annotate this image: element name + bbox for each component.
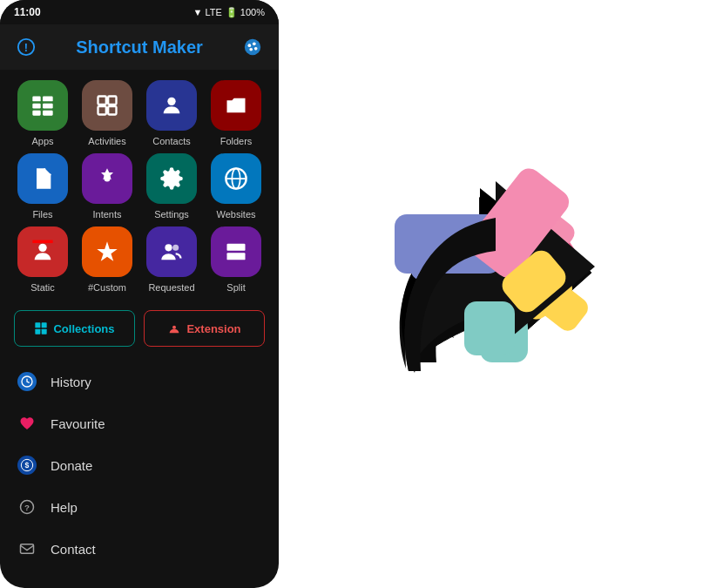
menu-item-contact[interactable]: Contact [0,528,279,570]
grid-item-contacts[interactable]: Contacts [143,80,200,146]
status-bar: 11:00 ▼ LTE 🔋 100% [0,0,279,24]
grid-item-settings[interactable]: Settings [143,153,200,220]
favourite-label: Favourite [51,416,105,431]
websites-label: Websites [216,209,255,220]
svg-rect-16 [108,106,116,114]
collections-label: Collections [53,322,114,335]
svg-point-24 [165,244,172,251]
collections-button[interactable]: Collections [14,310,135,347]
status-icons: ▼ LTE 🔋 100% [193,7,265,18]
extension-button[interactable]: Extension [144,310,265,347]
grid-item-apps[interactable]: Apps [14,80,71,146]
contact-label: Contact [51,542,96,557]
svg-point-2 [245,39,260,55]
svg-text:?: ? [24,503,30,512]
svg-rect-12 [43,111,53,116]
svg-rect-11 [43,104,53,109]
svg-rect-29 [42,322,47,328]
app-logo [358,155,637,434]
files-label: Files [32,209,52,220]
custom-icon [82,226,132,277]
activities-icon [82,80,132,131]
svg-rect-15 [98,106,106,114]
extension-label: Extension [186,322,240,335]
favourite-icon [17,414,37,433]
svg-rect-10 [43,97,53,102]
split-label: Split [226,282,245,293]
requested-label: Requested [148,282,194,293]
menu-item-history[interactable]: History [0,361,279,402]
battery-icon: 🔋 100% [226,7,265,18]
help-icon: ? [17,497,37,517]
requested-icon [146,226,197,277]
history-label: History [51,375,91,389]
contact-icon [17,539,37,558]
history-icon [17,372,37,391]
grid-item-static[interactable]: Static [14,226,71,293]
svg-rect-30 [36,329,41,335]
websites-icon [211,153,261,204]
grid-item-folders[interactable]: Folders [207,80,265,146]
grid-item-requested[interactable]: Requested [143,226,200,293]
svg-point-5 [254,47,258,51]
menu-item-donate[interactable]: $ Donate [0,444,279,486]
svg-rect-8 [32,104,40,109]
split-icon [211,226,261,277]
svg-rect-14 [108,97,116,105]
svg-point-18 [105,176,111,182]
phone-panel: 11:00 ▼ LTE 🔋 100% ! Shortcut Maker Apps… [0,0,279,588]
svg-text:$: $ [25,461,30,470]
signal-icon: ▼ LTE [193,7,221,17]
alert-icon[interactable]: ! [14,35,38,59]
svg-text:!: ! [24,41,28,54]
apps-label: Apps [31,136,53,146]
static-icon [17,226,68,277]
app-header: ! Shortcut Maker [0,24,279,70]
menu-section: History Favourite $ Donate ? Help Contac… [0,354,279,588]
svg-rect-50 [464,301,515,355]
custom-label: #Custom [88,282,126,293]
folders-label: Folders [220,136,253,146]
intents-label: Intents [92,209,121,220]
svg-point-25 [172,245,179,251]
menu-item-favourite[interactable]: Favourite [0,402,279,444]
static-label: Static [30,282,55,293]
app-grid: Apps Activities Contacts Folders Files [0,70,279,303]
svg-rect-26 [227,244,246,251]
donate-icon: $ [17,456,37,475]
app-title: Shortcut Maker [76,37,203,57]
grid-item-files[interactable]: Files [14,153,71,220]
palette-icon[interactable] [240,35,265,59]
contacts-label: Contacts [152,136,190,146]
folders-icon [211,80,261,131]
svg-point-3 [248,44,252,47]
svg-point-22 [38,244,46,252]
status-time: 11:00 [14,6,41,18]
logo-panel [279,0,716,588]
svg-rect-28 [36,322,41,328]
svg-point-4 [253,43,256,46]
button-row: Collections Extension [0,303,279,354]
svg-rect-31 [42,329,47,335]
files-icon [17,153,68,204]
apps-icon [17,80,68,131]
settings-icon [146,153,197,204]
donate-label: Donate [51,458,92,473]
settings-label: Settings [154,209,189,220]
intents-icon [82,153,132,204]
svg-rect-38 [21,544,34,554]
grid-item-custom[interactable]: #Custom [78,226,136,293]
svg-rect-7 [32,97,40,102]
svg-rect-27 [227,253,246,260]
grid-item-websites[interactable]: Websites [207,153,265,220]
grid-item-activities[interactable]: Activities [78,80,136,146]
activities-label: Activities [88,136,125,146]
contacts-icon [146,80,197,131]
grid-item-intents[interactable]: Intents [78,153,136,220]
help-label: Help [51,500,78,515]
grid-item-split[interactable]: Split [207,226,265,293]
svg-point-17 [167,98,175,105]
svg-point-32 [172,326,176,329]
svg-point-6 [249,48,253,51]
menu-item-help[interactable]: ? Help [0,486,279,528]
